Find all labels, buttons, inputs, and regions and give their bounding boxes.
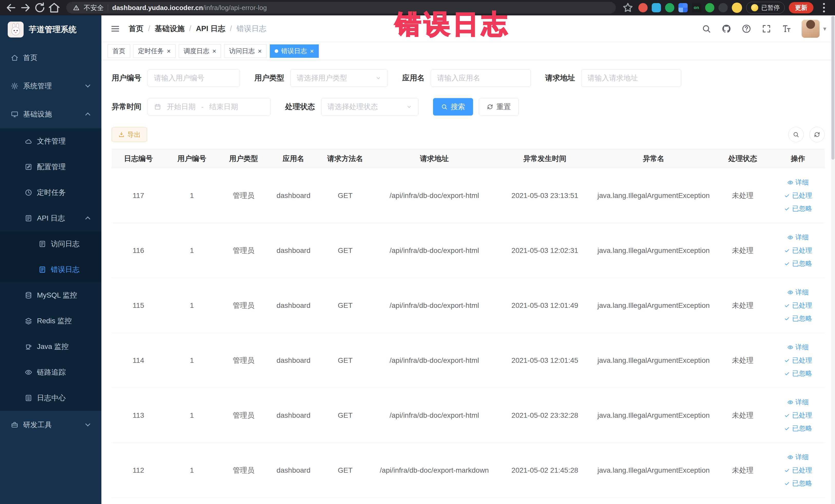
ignored-link[interactable]: 已忽略: [784, 369, 812, 378]
log-icon: [39, 240, 46, 248]
sidebar-item-infra[interactable]: 基础设施: [0, 100, 101, 128]
kebab-menu-icon[interactable]: [817, 1, 830, 14]
extension-icon-red[interactable]: [638, 3, 648, 12]
processed-link[interactable]: 已处理: [784, 356, 812, 365]
tab-job-log[interactable]: 调度日志×: [179, 44, 221, 58]
breadcrumb-item[interactable]: 首页: [128, 24, 143, 34]
processed-link[interactable]: 已处理: [784, 191, 812, 200]
user-id-input[interactable]: [148, 69, 240, 87]
detail-link[interactable]: 详细: [787, 398, 809, 407]
app-logo[interactable]: 芋道管理系统: [0, 15, 101, 44]
sidebar-item-config[interactable]: 配置管理: [0, 154, 101, 180]
search-button[interactable]: 搜索: [433, 98, 473, 116]
extension-icon-on-badge[interactable]: on: [692, 3, 701, 12]
app-title: 芋道管理系统: [29, 24, 77, 35]
hamburger-icon[interactable]: [110, 24, 120, 34]
detail-link[interactable]: 详细: [787, 288, 809, 297]
calendar-icon: [154, 103, 161, 110]
question-icon[interactable]: [741, 24, 751, 34]
ignored-link[interactable]: 已忽略: [784, 479, 812, 488]
sidebar-item-trace[interactable]: 链路追踪: [0, 360, 101, 385]
detail-link[interactable]: 详细: [787, 233, 809, 242]
user-type-select[interactable]: 请选择用户类型: [290, 69, 388, 87]
reload-icon[interactable]: [33, 1, 46, 14]
process-status-select[interactable]: 请选择处理状态: [321, 98, 419, 116]
tab-close-icon[interactable]: ×: [258, 48, 262, 55]
extension-icon-grid[interactable]: [678, 3, 688, 12]
ignored-link[interactable]: 已忽略: [784, 314, 812, 323]
cell-actions: 详细已处理已忽略: [771, 388, 825, 443]
refresh-table-button[interactable]: [809, 127, 825, 142]
chevron-down-icon: ▾: [823, 25, 826, 32]
sidebar-item-job[interactable]: 定时任务: [0, 180, 101, 205]
browser-home-icon[interactable]: [48, 1, 61, 14]
exception-time-range-picker[interactable]: 开始日期 - 结束日期: [148, 98, 271, 116]
processed-link[interactable]: 已处理: [784, 301, 812, 310]
bookmark-star-icon[interactable]: [622, 1, 634, 14]
address-bar[interactable]: 不安全 dashboard.yudao.iocoder.cn/infra/log…: [66, 2, 616, 14]
tab-job[interactable]: 定时任务×: [133, 44, 176, 58]
user-menu[interactable]: ▾: [802, 20, 826, 38]
scrollbar-thumb[interactable]: [831, 16, 834, 160]
sidebar-item-mysql[interactable]: MySQL 监控: [0, 282, 101, 308]
fullscreen-icon[interactable]: [761, 24, 771, 34]
reset-button[interactable]: 重置: [479, 98, 519, 116]
detail-link[interactable]: 详细: [787, 452, 809, 462]
tab-close-icon[interactable]: ×: [212, 48, 216, 55]
breadcrumb-item[interactable]: 基础设施: [155, 24, 185, 34]
cell-user_type: 管理员: [219, 333, 268, 388]
tool-icon: [11, 421, 19, 429]
sidebar-item-api-access-log[interactable]: 访问日志: [0, 231, 101, 257]
app-name-input[interactable]: [431, 69, 531, 87]
ignored-link[interactable]: 已忽略: [784, 259, 812, 268]
cell-time: 2021-05-03 12:02:31: [497, 223, 593, 278]
sidebar-item-api-log[interactable]: API 日志: [0, 205, 101, 231]
request-url-input[interactable]: [581, 69, 681, 87]
processed-link[interactable]: 已处理: [784, 466, 812, 475]
export-button[interactable]: 导出: [111, 127, 147, 142]
eye-icon: [787, 180, 793, 186]
browser-profile-avatar[interactable]: [732, 3, 742, 13]
ignored-link[interactable]: 已忽略: [784, 204, 812, 213]
sidebar-item-label: Redis 监控: [37, 316, 72, 326]
tab-home[interactable]: 首页: [107, 44, 130, 58]
processed-link[interactable]: 已处理: [784, 246, 812, 255]
toggle-search-button[interactable]: [788, 127, 804, 142]
sidebar-item-java[interactable]: Java 监控: [0, 334, 101, 360]
font-size-icon[interactable]: [781, 24, 791, 34]
page-scrollbar[interactable]: [831, 15, 835, 504]
cell-actions: 详细已处理已忽略: [771, 168, 825, 223]
extension-icon-green[interactable]: [665, 3, 674, 12]
detail-link[interactable]: 详细: [787, 343, 809, 352]
back-icon[interactable]: [5, 1, 18, 14]
table-row: 1121管理员dashboardGET/api/infra/db-doc/exp…: [111, 443, 825, 498]
detail-link[interactable]: 详细: [787, 178, 809, 187]
ignored-link[interactable]: 已忽略: [784, 424, 812, 433]
breadcrumb-item[interactable]: API 日志: [196, 24, 225, 34]
action-label: 已处理: [792, 411, 812, 420]
extension-icon-drop[interactable]: [652, 3, 661, 12]
sidebar-item-api-error-log[interactable]: 错误日志: [0, 257, 101, 282]
eye-icon: [787, 344, 793, 350]
sidebar-item-home[interactable]: 首页: [0, 44, 101, 72]
error-log-table: 日志编号用户编号用户类型应用名请求方法名请求地址异常发生时间异常名处理状态操作1…: [111, 149, 825, 498]
processed-link[interactable]: 已处理: [784, 411, 812, 420]
update-button[interactable]: 更新: [789, 2, 813, 13]
forward-icon[interactable]: [19, 1, 32, 14]
sidebar-item-log-center[interactable]: 日志中心: [0, 385, 101, 411]
sidebar-item-system[interactable]: 系统管理: [0, 72, 101, 100]
github-icon[interactable]: [721, 24, 731, 34]
tab-api-access-log[interactable]: 访问日志×: [224, 44, 266, 58]
search-icon[interactable]: [701, 24, 711, 34]
tab-close-icon[interactable]: ×: [310, 48, 314, 55]
sidebar-item-file[interactable]: 文件管理: [0, 128, 101, 154]
tab-close-icon[interactable]: ×: [167, 48, 171, 55]
tab-api-error-log[interactable]: 错误日志×: [270, 44, 319, 58]
extension-icon-leaf[interactable]: [705, 3, 714, 12]
sidebar-item-dev-tools[interactable]: 研发工具: [0, 411, 101, 439]
extension-icon-paw[interactable]: [718, 3, 728, 12]
paused-chip[interactable]: 已暂停: [746, 2, 785, 14]
sidebar-item-redis[interactable]: Redis 监控: [0, 308, 101, 334]
chevron-up-icon: [85, 217, 90, 222]
cell-method: GET: [319, 333, 372, 388]
